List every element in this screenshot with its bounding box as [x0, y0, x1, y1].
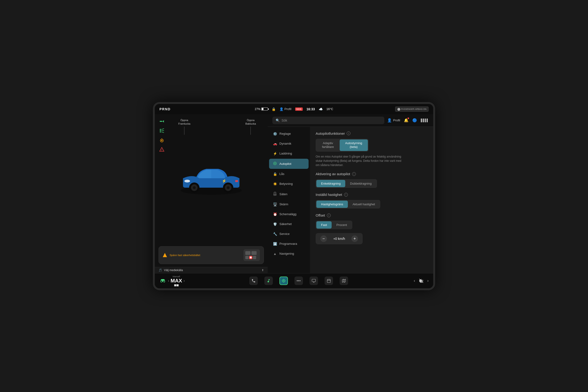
gear-next-button[interactable]: › — [184, 279, 185, 283]
car-view-area: Öppna Framlucka Öppna Baklucka — [155, 114, 268, 244]
speed-display: +0 km/h — [329, 237, 350, 240]
sidebar-item-navigering[interactable]: ▲ Navigering — [269, 249, 308, 258]
gear-prev-button[interactable]: ‹ — [168, 279, 169, 283]
gear-control: Manuell ‹ MAX › ⬜⬜ — [168, 275, 185, 286]
music-taskbar-icon[interactable] — [264, 276, 273, 285]
dots-taskbar-icon[interactable]: ••• — [294, 276, 303, 285]
tpms-icon[interactable] — [158, 137, 165, 144]
headlight-icon[interactable] — [158, 118, 165, 125]
speed-increase-button[interactable]: + — [352, 236, 358, 242]
speed-decrease-button[interactable]: − — [320, 236, 327, 242]
offset-info-icon[interactable]: i — [327, 214, 331, 217]
search-placeholder[interactable]: Sök — [282, 118, 287, 122]
svg-line-9 — [162, 132, 164, 133]
svg-rect-0 — [160, 121, 162, 122]
aktuell-hastighet-button[interactable]: Aktuell hastighet — [348, 200, 380, 208]
warning-triangle-icon — [162, 253, 167, 258]
belysning-icon: ☀️ — [273, 182, 277, 186]
battery-fill — [262, 108, 263, 110]
media-taskbar-icon[interactable] — [310, 276, 318, 285]
fast-button[interactable]: Fast — [316, 221, 332, 228]
sidebar-item-sakerhet[interactable]: 🛡️ Säkerhet — [269, 220, 308, 229]
weather-icon: ☁️ — [319, 107, 323, 111]
sidebar-item-dynamik[interactable]: 🚗 Dynamik — [269, 139, 308, 148]
svg-point-16 — [193, 186, 196, 189]
seatbelt-warning-icon[interactable]: ! — [158, 146, 165, 153]
activation-info-icon[interactable]: i — [352, 172, 356, 176]
profile-name: Profil — [393, 118, 400, 122]
sidebar-item-las[interactable]: 🔒 Lås — [269, 169, 308, 179]
car-taskbar-icon[interactable] — [160, 278, 166, 284]
autostyrning-button[interactable]: Autostyrning(beta) — [340, 140, 368, 151]
programvara-label: Programvara — [280, 242, 297, 246]
speed-info-icon[interactable]: i — [344, 193, 348, 196]
calendar-taskbar-icon[interactable] — [324, 276, 333, 285]
search-bar-container: 🔍 Sök 👤 Profil 🔔 🔵 ▌▌▌▌ — [268, 114, 433, 127]
saten-label: Säten — [280, 192, 288, 196]
search-right: 👤 Profil 🔔 🔵 ▌▌▌▌ — [387, 118, 428, 122]
prev-track-button[interactable]: ‹ — [414, 279, 415, 283]
notification-icon[interactable]: 🔔 — [404, 118, 408, 122]
seat-rear-right — [253, 256, 256, 259]
activation-group: Enkeldragning Dubbeldragning — [316, 179, 377, 188]
navigering-label: Navigering — [280, 252, 294, 256]
sidebar-item-reglage[interactable]: ⚙️ Reglage — [269, 129, 308, 138]
target-taskbar-icon[interactable] — [280, 276, 288, 285]
autopilot-function-group: Adaptivfartållare Autostyrning(beta) — [316, 139, 368, 152]
volume-control[interactable] — [419, 278, 424, 283]
seat-front-left — [245, 251, 250, 255]
map-taskbar-icon[interactable] — [340, 276, 348, 285]
sidebar-item-service[interactable]: 🔧 Service — [269, 229, 308, 239]
svg-point-29 — [163, 280, 165, 282]
seat-diagram — [244, 249, 260, 261]
profile-header[interactable]: 👤 Profil — [387, 118, 400, 122]
search-container[interactable]: 🔍 Sök — [272, 117, 384, 124]
speed-group: Hastighetsgräns Aktuell hastighet — [316, 200, 380, 208]
gear-mode-label: Manuell — [173, 275, 180, 278]
seat-front-right — [252, 251, 256, 255]
dubbeldragning-button[interactable]: Dubbeldragning — [345, 180, 376, 187]
sidebar-item-belysning[interactable]: ☀️ Belysning — [269, 179, 308, 188]
service-icon: 🔧 — [273, 232, 277, 236]
sidebar-item-laddning[interactable]: ⚡ Laddning — [269, 149, 308, 158]
skarm-icon: 🖥️ — [273, 202, 277, 206]
media-source-label[interactable]: Välj mediekälla — [164, 268, 183, 272]
svg-point-22 — [184, 180, 190, 182]
sidebar-item-saten[interactable]: Säten — [269, 189, 308, 199]
procent-button[interactable]: Procent — [332, 221, 352, 228]
phone-taskbar-icon[interactable] — [249, 276, 258, 285]
airbag-icon: ⬤ — [397, 108, 400, 111]
enkeldragning-button[interactable]: Enkeldragning — [316, 180, 345, 187]
svg-rect-24 — [195, 177, 197, 178]
skarm-label: Skärm — [280, 202, 288, 206]
taskbar: Manuell ‹ MAX › ⬜⬜ — [155, 273, 433, 288]
bluetooth-icon[interactable]: 🔵 — [412, 118, 417, 122]
adaptiv-button[interactable]: Adaptivfartållare — [316, 140, 340, 151]
seat-rear-center — [249, 256, 252, 259]
reglage-label: Reglage — [280, 132, 291, 136]
autopilot-info-icon[interactable]: i — [347, 132, 350, 135]
autopilot-description: Om en miss Autopilot sker 5 gånger på gr… — [316, 154, 405, 167]
next-track-button[interactable]: › — [427, 279, 428, 283]
temperature-display: 16°C — [326, 107, 333, 111]
gear-current-display: MAX — [170, 278, 182, 284]
status-bar: PRND 27% 🔒 👤 Profil SOS 16:33 ☁️ 16°C — [155, 104, 433, 114]
sidebar-item-skarm[interactable]: 🖥️ Skärm — [269, 200, 308, 209]
beams-icon[interactable] — [158, 128, 165, 134]
sakerhet-icon: 🛡️ — [273, 222, 277, 226]
hastighetsgrans-button[interactable]: Hastighetsgräns — [316, 200, 348, 208]
svg-point-27 — [274, 163, 276, 164]
sidebar-item-schemalag[interactable]: ⏰ Schemalägg — [269, 210, 308, 219]
speed-control: − +0 km/h + — [316, 233, 363, 244]
sidebar-menu: ⚙️ Reglage 🚗 Dynamik ⚡ Laddning — [268, 127, 310, 273]
offset-section-title: Offset i — [316, 213, 428, 217]
trunk-label[interactable]: Öppna Baklucka — [245, 118, 256, 135]
svg-rect-23 — [235, 180, 238, 182]
frunk-label[interactable]: Öppna Framlucka — [178, 118, 190, 135]
time-display: 16:33 — [306, 107, 315, 111]
autopilot-content: Autopilotfunktioner i Adaptivfartållare … — [310, 127, 433, 273]
media-bar-left: 🎵 Välj mediekälla ⬆ — [155, 267, 268, 273]
sidebar-item-autopilot[interactable]: Autopilot — [269, 159, 308, 169]
profile-label-center: 👤 Profil — [280, 107, 292, 111]
sidebar-item-programvara[interactable]: ⬇️ Programvara — [269, 239, 308, 248]
